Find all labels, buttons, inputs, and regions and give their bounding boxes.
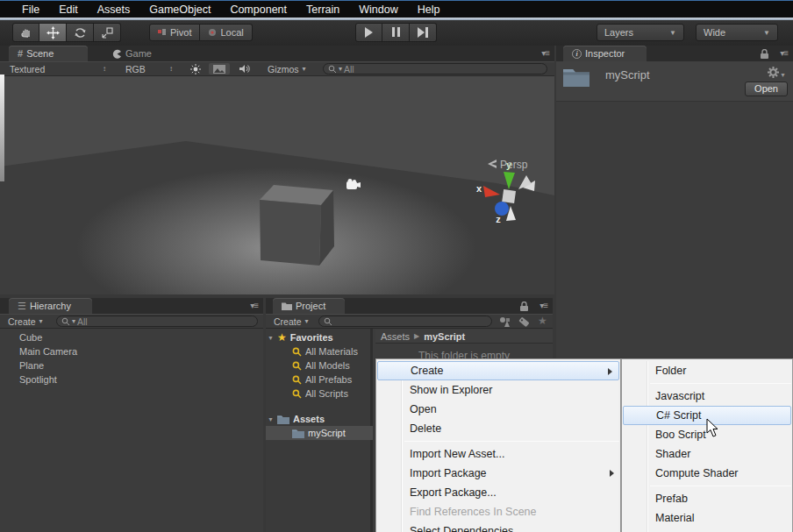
hierarchy-item-cube[interactable]: Cube: [19, 330, 42, 344]
channel-dropdown[interactable]: RGB ↕: [121, 63, 177, 74]
menu-help[interactable]: Help: [408, 4, 450, 16]
panel-menu-icon[interactable]: ▾≡: [780, 48, 788, 58]
scene-tab-label: Scene: [26, 48, 54, 59]
scale-tool-button[interactable]: [94, 23, 121, 42]
gizmos-dropdown[interactable]: Gizmos ▾: [263, 63, 312, 74]
breadcrumb-assets[interactable]: Assets: [381, 331, 410, 342]
tab-hierarchy[interactable]: ☰ Hierarchy: [9, 298, 92, 314]
move-tool-button[interactable]: [39, 23, 67, 42]
favorites-star-toggle-icon[interactable]: ★: [538, 315, 547, 327]
render-mode-dropdown[interactable]: Textured ↕: [5, 63, 111, 74]
panel-menu-icon[interactable]: ▾≡: [539, 301, 547, 310]
submenu-item-shader[interactable]: Shader: [622, 444, 792, 464]
layout-dropdown[interactable]: Wide ▼: [696, 24, 778, 41]
menu-item-export-package[interactable]: Export Package...: [376, 483, 620, 502]
submenu-item-compute-shader[interactable]: Compute Shader: [622, 464, 792, 483]
menu-item-open[interactable]: Open: [376, 400, 620, 419]
tab-scene[interactable]: # Scene: [9, 46, 88, 61]
tab-project[interactable]: Project: [273, 298, 345, 314]
local-toggle-button[interactable]: Local: [200, 24, 252, 41]
hand-tool-button[interactable]: [12, 23, 39, 42]
audio-toggle[interactable]: [235, 63, 254, 74]
hierarchy-search-value: All: [77, 316, 88, 327]
play-icon: [365, 27, 373, 38]
chevron-down-icon: ▼: [669, 29, 676, 37]
submenu-item-material[interactable]: Material: [622, 508, 792, 528]
menu-separator: [404, 441, 619, 442]
menu-separator: [650, 486, 791, 486]
menu-item-import-new-asset[interactable]: Import New Asset...: [376, 444, 620, 464]
pivot-label: Pivot: [170, 27, 191, 38]
skybox-toggle[interactable]: [209, 63, 230, 74]
step-icon: [418, 27, 429, 38]
project-search-input[interactable]: [318, 316, 492, 327]
tab-game[interactable]: Game: [104, 46, 169, 61]
scene-search-input[interactable]: ▾ All: [323, 63, 547, 74]
menu-item-import-package[interactable]: Import Package: [376, 464, 620, 483]
favorite-all-models[interactable]: All Models: [292, 358, 350, 372]
chevron-down-icon[interactable]: ▼: [780, 72, 786, 78]
pivot-toggle-button[interactable]: Pivot: [149, 24, 200, 41]
search-by-label-icon[interactable]: [518, 316, 530, 327]
favorite-all-materials[interactable]: All Materials: [292, 344, 358, 358]
menu-item-delete[interactable]: Delete: [376, 419, 620, 438]
layers-label: Layers: [604, 27, 633, 38]
search-by-type-icon[interactable]: [499, 316, 511, 327]
step-button[interactable]: [410, 23, 437, 42]
submenu-item-javascript[interactable]: Javascript: [622, 387, 792, 406]
rotate-tool-button[interactable]: [67, 23, 94, 42]
play-button[interactable]: [355, 23, 382, 42]
lock-icon[interactable]: [761, 49, 768, 59]
menu-terrain[interactable]: Terrain: [296, 4, 349, 16]
hierarchy-item-main-camera[interactable]: Main Camera: [19, 344, 77, 358]
cube-object[interactable]: [260, 185, 334, 266]
project-folder-myscript[interactable]: myScript: [266, 426, 373, 440]
gear-icon[interactable]: [768, 67, 779, 78]
image-icon: [213, 65, 225, 74]
panel-menu-icon[interactable]: ▾≡: [541, 48, 549, 58]
tab-inspector[interactable]: i Inspector: [563, 46, 647, 61]
scene-viewport[interactable]: y x z Persp: [0, 76, 554, 294]
chevron-down-icon: ▾: [303, 65, 306, 73]
hierarchy-create-dropdown[interactable]: Create ▾: [4, 316, 47, 327]
project-create-dropdown[interactable]: Create ▾: [269, 316, 313, 327]
scale-icon: [101, 26, 114, 39]
layers-dropdown[interactable]: Layers ▼: [597, 24, 684, 41]
scene-toolbar: Textured ↕ RGB ↕: [0, 61, 554, 76]
favorites-foldout[interactable]: ▼ ★ Favorites: [268, 330, 333, 344]
filter-search-icon: [292, 361, 302, 371]
breadcrumb-current[interactable]: myScript: [424, 331, 465, 342]
hierarchy-search-input[interactable]: ▾ All: [56, 316, 258, 327]
create-submenu: Folder Javascript C# Script Boo Script S…: [621, 358, 793, 532]
submenu-item-prefab[interactable]: Prefab: [622, 489, 792, 508]
axis-x-label: x: [476, 183, 482, 194]
lock-icon[interactable]: [520, 301, 528, 311]
submenu-item-folder[interactable]: Folder: [622, 361, 792, 380]
filter-search-icon: [292, 347, 302, 357]
hierarchy-item-spotlight[interactable]: Spotlight: [19, 372, 57, 387]
menu-component[interactable]: Component: [220, 4, 296, 16]
unity-editor-window: File Edit Assets GameObject Component Te…: [0, 0, 793, 532]
pause-button[interactable]: [382, 23, 410, 42]
lighting-toggle[interactable]: [186, 63, 205, 74]
menu-item-select-dependencies[interactable]: Select Dependencies: [376, 521, 620, 532]
menu-item-create[interactable]: Create: [377, 361, 619, 380]
folder-icon: [292, 429, 304, 438]
menu-item-show-in-explorer[interactable]: Show in Explorer: [376, 380, 620, 400]
panel-menu-icon[interactable]: ▾≡: [250, 301, 258, 310]
chevron-down-icon: ▾: [305, 317, 309, 325]
project-tab-label: Project: [296, 301, 325, 311]
menu-edit[interactable]: Edit: [49, 4, 88, 16]
pivot-icon: [158, 29, 167, 37]
menu-assets[interactable]: Assets: [88, 4, 140, 16]
favorite-all-prefabs[interactable]: All Prefabs: [292, 372, 352, 387]
pause-icon: [390, 25, 401, 40]
hierarchy-item-plane[interactable]: Plane: [19, 358, 44, 372]
open-button[interactable]: Open: [745, 82, 788, 96]
mouse-cursor: [706, 418, 720, 438]
assets-foldout[interactable]: ▼ Assets: [268, 412, 325, 426]
favorite-all-scripts[interactable]: All Scripts: [292, 387, 348, 401]
menu-window[interactable]: Window: [349, 4, 407, 16]
menu-file[interactable]: File: [12, 4, 49, 16]
menu-gameobject[interactable]: GameObject: [139, 4, 220, 16]
